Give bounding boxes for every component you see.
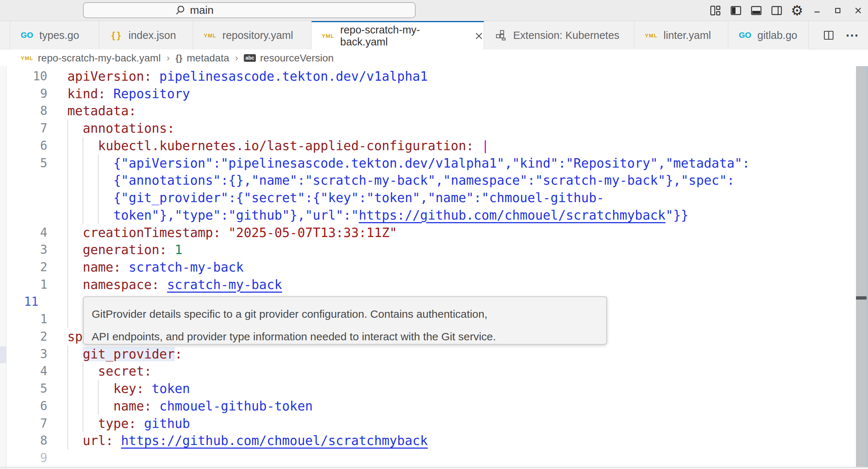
indent-guide <box>98 397 99 415</box>
indent-guide <box>98 207 99 224</box>
code-text: metadata: <box>67 102 136 120</box>
code-line[interactable]: 10apiVersion: pipelinesascode.tekton.dev… <box>0 68 856 85</box>
yaml-file-icon: YML <box>645 32 658 39</box>
line-number: 7 <box>0 120 47 137</box>
toggle-panel-icon[interactable] <box>750 4 762 17</box>
code-line[interactable]: {"annotations":{},"name":"scratch-my-bac… <box>0 172 856 189</box>
code-line[interactable]: 7annotations: <box>0 120 856 137</box>
maximize-button[interactable] <box>832 4 844 17</box>
code-token: 1 <box>167 242 182 257</box>
code-token <box>113 433 121 448</box>
indent-guide <box>67 120 68 137</box>
code-token: name: <box>113 399 151 413</box>
code-link[interactable]: https://github.com/chmouel/scratchmyback <box>121 433 428 448</box>
code-token: {"apiVersion":"pipelinesascode.tekton.de… <box>113 156 750 171</box>
tab-index-json[interactable]: { } index.json <box>99 21 193 49</box>
indent-guide <box>67 415 68 432</box>
yaml-file-icon: YML <box>20 55 33 61</box>
code-line[interactable]: 7type: github <box>0 415 856 432</box>
code-token: namespace: <box>83 277 159 292</box>
code-text: {"apiVersion":"pipelinesascode.tekton.de… <box>113 155 750 172</box>
tab-repo-scratch-my-back-yaml[interactable]: YML repo-scratch-my-back.yaml <box>312 21 484 50</box>
close-window-button[interactable] <box>852 4 864 17</box>
code-line[interactable]: 4secret: <box>0 362 856 380</box>
line-number: 1 <box>0 276 47 293</box>
code-text: token"},"type":"github"},"url":"https://… <box>113 207 688 224</box>
code-token: {"git_provider":{"secret":{"key":"token"… <box>113 191 604 205</box>
code-token: metadata: <box>67 104 136 118</box>
indent-guide <box>83 172 83 189</box>
tab-extension-kubernetes[interactable]: Extension: Kubernetes <box>484 21 634 49</box>
code-line[interactable]: 8url: https://github.com/chmouel/scratch… <box>0 432 856 449</box>
code-token: name: <box>83 260 121 274</box>
customize-layout-icon[interactable] <box>709 4 722 17</box>
symbol-object-icon: {} <box>175 53 182 63</box>
code-text: type: github <box>98 415 190 432</box>
breadcrumb-symbol-resourceversion[interactable]: resourceVersion <box>260 52 334 64</box>
code-line[interactable]: 9 <box>0 449 856 467</box>
code-line[interactable]: 8metadata: <box>0 102 856 120</box>
tab-linter-yaml[interactable]: YML linter.yaml <box>634 21 728 49</box>
code-line[interactable]: 5key: token <box>0 380 856 397</box>
line-number: 1 <box>0 310 47 328</box>
tab-gitlab-go[interactable]: GO gitlab.go <box>728 21 809 49</box>
line-number: 5 <box>0 155 47 172</box>
tab-close-icon[interactable] <box>474 31 484 41</box>
code-editor[interactable]: 10apiVersion: pipelinesascode.tekton.dev… <box>0 66 868 469</box>
code-text: secret: <box>98 362 152 380</box>
command-center-search[interactable]: main <box>83 2 416 18</box>
code-token: {"annotations":{},"name":"scratch-my-bac… <box>113 173 734 188</box>
breadcrumb-file[interactable]: repo-scratch-my-back.yaml <box>38 52 161 64</box>
split-editor-icon[interactable] <box>823 29 835 41</box>
code-token: generation: <box>83 242 167 257</box>
code-line[interactable]: 6kubectl.kubernetes.io/last-applied-conf… <box>0 137 856 155</box>
code-line[interactable]: 5{"apiVersion":"pipelinesascode.tekton.d… <box>0 155 856 172</box>
code-line[interactable]: 6name: chmouel-github-token <box>0 397 856 415</box>
code-token: kind: <box>67 87 106 101</box>
code-text: url: https://github.com/chmouel/scratchm… <box>83 432 428 449</box>
indent-guide <box>67 137 68 155</box>
indent-guide <box>67 310 68 328</box>
overview-ruler-edge <box>867 66 868 469</box>
code-link[interactable]: https://github.com/chmouel/scratchmyback <box>359 208 666 223</box>
line-number: 10 <box>0 68 47 85</box>
indent-guide <box>83 380 83 397</box>
code-line[interactable]: 2name: scratch-my-back <box>0 258 856 276</box>
code-text: kubectl.kubernetes.io/last-applied-confi… <box>98 137 489 155</box>
toggle-secondary-sidebar-icon[interactable] <box>770 4 783 17</box>
vertical-scrollbar[interactable] <box>856 66 867 469</box>
indent-guide <box>67 258 68 276</box>
line-number: 9 <box>0 85 47 103</box>
code-text: apiVersion: pipelinesascode.tekton.dev/v… <box>67 68 428 85</box>
go-file-icon: GO <box>20 31 33 40</box>
tab-label: index.json <box>128 29 176 41</box>
line-number: 3 <box>0 345 47 363</box>
code-token: | <box>481 139 489 153</box>
code-link[interactable]: scratch-my-back <box>167 277 282 292</box>
tab-label: linter.yaml <box>663 29 711 41</box>
indent-guide <box>83 415 83 432</box>
code-token: "2025-05-07T13:33:11Z" <box>221 225 397 240</box>
code-line[interactable]: 1namespace: scratch-my-back <box>0 276 856 293</box>
more-actions-icon[interactable]: ⋯ <box>845 28 859 43</box>
code-line[interactable]: 9kind: Repository <box>0 85 856 103</box>
indent-guide <box>67 155 68 172</box>
search-icon <box>175 5 186 16</box>
toggle-primary-sidebar-icon[interactable] <box>730 4 742 17</box>
chevron-right-icon: › <box>165 52 171 64</box>
code-line[interactable]: {"git_provider":{"secret":{"key":"token"… <box>0 189 856 207</box>
code-line[interactable]: 4creationTimestamp: "2025-05-07T13:33:11… <box>0 224 856 241</box>
panel-divider <box>0 467 868 469</box>
code-line[interactable]: 3generation: 1 <box>0 241 856 258</box>
indent-guide <box>83 362 83 380</box>
minimize-button[interactable] <box>811 4 824 17</box>
tab-repository-yaml[interactable]: YML repository.yaml <box>193 21 312 49</box>
breadcrumb-symbol-metadata[interactable]: metadata <box>187 52 229 64</box>
code-line[interactable]: token"},"type":"github"},"url":"https://… <box>0 207 856 224</box>
indent-guide <box>67 189 68 207</box>
hover-tooltip: GitProvider details specific to a git pr… <box>83 296 607 345</box>
tab-types-go[interactable]: GO types.go <box>10 21 99 49</box>
code-text: name: scratch-my-back <box>83 258 244 276</box>
line-number: 2 <box>0 328 47 345</box>
settings-gear-icon[interactable]: ⚙ <box>791 4 803 17</box>
